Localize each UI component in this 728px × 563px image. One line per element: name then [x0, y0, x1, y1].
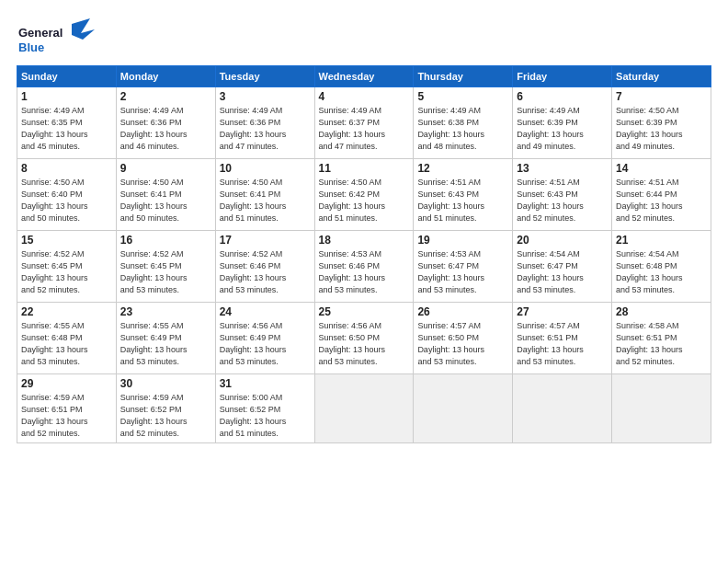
- calendar-cell: 23Sunrise: 4:55 AM Sunset: 6:49 PM Dayli…: [116, 303, 215, 374]
- day-detail: Sunrise: 4:49 AM Sunset: 6:39 PM Dayligh…: [517, 105, 608, 153]
- day-number: 15: [21, 234, 112, 247]
- calendar-cell: 15Sunrise: 4:52 AM Sunset: 6:45 PM Dayli…: [17, 231, 117, 303]
- day-number: 28: [616, 305, 707, 318]
- day-number: 22: [21, 305, 112, 318]
- day-number: 1: [21, 90, 112, 103]
- day-number: 7: [616, 90, 707, 103]
- day-detail: Sunrise: 4:49 AM Sunset: 6:38 PM Dayligh…: [417, 105, 508, 153]
- day-detail: Sunrise: 4:49 AM Sunset: 6:36 PM Dayligh…: [120, 105, 211, 153]
- calendar-cell: 21Sunrise: 4:54 AM Sunset: 6:48 PM Dayli…: [612, 231, 711, 303]
- calendar-cell: 10Sunrise: 4:50 AM Sunset: 6:41 PM Dayli…: [215, 159, 314, 231]
- day-number: 6: [517, 90, 608, 103]
- day-detail: Sunrise: 4:59 AM Sunset: 6:52 PM Dayligh…: [120, 392, 211, 440]
- day-detail: Sunrise: 4:52 AM Sunset: 6:45 PM Dayligh…: [120, 248, 211, 296]
- day-number: 19: [417, 234, 508, 247]
- day-detail: Sunrise: 4:51 AM Sunset: 6:43 PM Dayligh…: [517, 177, 608, 224]
- calendar-header-sunday: Sunday: [17, 66, 117, 87]
- day-number: 23: [120, 305, 211, 318]
- calendar-cell: 1Sunrise: 4:49 AM Sunset: 6:35 PM Daylig…: [17, 87, 117, 159]
- day-detail: Sunrise: 4:52 AM Sunset: 6:46 PM Dayligh…: [220, 248, 311, 296]
- day-number: 24: [220, 305, 311, 318]
- calendar-cell: [414, 374, 513, 443]
- day-detail: Sunrise: 4:53 AM Sunset: 6:47 PM Dayligh…: [417, 248, 508, 296]
- calendar-cell: 30Sunrise: 4:59 AM Sunset: 6:52 PM Dayli…: [116, 374, 215, 443]
- calendar-header-saturday: Saturday: [612, 66, 711, 87]
- calendar-cell: 11Sunrise: 4:50 AM Sunset: 6:42 PM Dayli…: [314, 159, 414, 231]
- day-detail: Sunrise: 4:54 AM Sunset: 6:47 PM Dayligh…: [517, 248, 608, 296]
- day-number: 17: [220, 234, 311, 247]
- svg-text:Blue: Blue: [18, 40, 44, 54]
- calendar-cell: 6Sunrise: 4:49 AM Sunset: 6:39 PM Daylig…: [513, 87, 612, 159]
- day-detail: Sunrise: 4:50 AM Sunset: 6:41 PM Dayligh…: [220, 177, 311, 224]
- calendar-cell: 19Sunrise: 4:53 AM Sunset: 6:47 PM Dayli…: [414, 231, 513, 303]
- header: General Blue: [17, 17, 711, 58]
- calendar-cell: 14Sunrise: 4:51 AM Sunset: 6:44 PM Dayli…: [612, 159, 711, 231]
- day-detail: Sunrise: 4:57 AM Sunset: 6:50 PM Dayligh…: [417, 320, 508, 368]
- day-number: 27: [517, 305, 608, 318]
- day-number: 16: [120, 234, 211, 247]
- logo-svg: General Blue: [17, 17, 99, 58]
- day-number: 8: [21, 162, 112, 175]
- calendar-cell: 18Sunrise: 4:53 AM Sunset: 6:46 PM Dayli…: [314, 231, 414, 303]
- calendar-header-friday: Friday: [513, 66, 612, 87]
- day-number: 4: [319, 90, 410, 103]
- calendar-header-wednesday: Wednesday: [314, 66, 414, 87]
- svg-text:General: General: [18, 26, 63, 40]
- day-detail: Sunrise: 4:51 AM Sunset: 6:44 PM Dayligh…: [616, 177, 707, 224]
- calendar-cell: 27Sunrise: 4:57 AM Sunset: 6:51 PM Dayli…: [513, 303, 612, 374]
- day-number: 31: [220, 377, 311, 390]
- day-number: 14: [616, 162, 707, 175]
- day-number: 18: [319, 234, 410, 247]
- calendar-cell: [612, 374, 711, 443]
- day-detail: Sunrise: 4:49 AM Sunset: 6:35 PM Dayligh…: [21, 105, 112, 153]
- day-number: 20: [517, 234, 608, 247]
- calendar-header-row: SundayMondayTuesdayWednesdayThursdayFrid…: [17, 66, 711, 87]
- day-number: 11: [319, 162, 410, 175]
- calendar-header-thursday: Thursday: [414, 66, 513, 87]
- calendar-cell: 7Sunrise: 4:50 AM Sunset: 6:39 PM Daylig…: [612, 87, 711, 159]
- calendar-cell: 29Sunrise: 4:59 AM Sunset: 6:51 PM Dayli…: [17, 374, 117, 443]
- calendar-cell: 8Sunrise: 4:50 AM Sunset: 6:40 PM Daylig…: [17, 159, 117, 231]
- calendar-cell: 16Sunrise: 4:52 AM Sunset: 6:45 PM Dayli…: [116, 231, 215, 303]
- day-detail: Sunrise: 4:55 AM Sunset: 6:48 PM Dayligh…: [21, 320, 112, 368]
- day-number: 29: [21, 377, 112, 390]
- day-detail: Sunrise: 4:56 AM Sunset: 6:50 PM Dayligh…: [319, 320, 410, 368]
- calendar-cell: 24Sunrise: 4:56 AM Sunset: 6:49 PM Dayli…: [215, 303, 314, 374]
- day-detail: Sunrise: 4:50 AM Sunset: 6:40 PM Dayligh…: [21, 177, 112, 224]
- day-detail: Sunrise: 4:51 AM Sunset: 6:43 PM Dayligh…: [417, 177, 508, 224]
- day-detail: Sunrise: 4:50 AM Sunset: 6:39 PM Dayligh…: [616, 105, 707, 153]
- day-number: 5: [417, 90, 508, 103]
- calendar-cell: 28Sunrise: 4:58 AM Sunset: 6:51 PM Dayli…: [612, 303, 711, 374]
- calendar-week-row: 15Sunrise: 4:52 AM Sunset: 6:45 PM Dayli…: [17, 231, 711, 303]
- calendar-week-row: 1Sunrise: 4:49 AM Sunset: 6:35 PM Daylig…: [17, 87, 711, 159]
- calendar-header-monday: Monday: [116, 66, 215, 87]
- day-number: 26: [417, 305, 508, 318]
- day-detail: Sunrise: 4:56 AM Sunset: 6:49 PM Dayligh…: [220, 320, 311, 368]
- calendar-table: SundayMondayTuesdayWednesdayThursdayFrid…: [17, 65, 711, 443]
- calendar-cell: 4Sunrise: 4:49 AM Sunset: 6:37 PM Daylig…: [314, 87, 414, 159]
- day-detail: Sunrise: 5:00 AM Sunset: 6:52 PM Dayligh…: [220, 392, 311, 440]
- calendar-cell: 3Sunrise: 4:49 AM Sunset: 6:36 PM Daylig…: [215, 87, 314, 159]
- day-detail: Sunrise: 4:49 AM Sunset: 6:37 PM Dayligh…: [319, 105, 410, 153]
- day-number: 21: [616, 234, 707, 247]
- calendar-cell: 17Sunrise: 4:52 AM Sunset: 6:46 PM Dayli…: [215, 231, 314, 303]
- day-number: 3: [220, 90, 311, 103]
- day-detail: Sunrise: 4:50 AM Sunset: 6:42 PM Dayligh…: [319, 177, 410, 224]
- day-detail: Sunrise: 4:57 AM Sunset: 6:51 PM Dayligh…: [517, 320, 608, 368]
- calendar-cell: 26Sunrise: 4:57 AM Sunset: 6:50 PM Dayli…: [414, 303, 513, 374]
- calendar-cell: 13Sunrise: 4:51 AM Sunset: 6:43 PM Dayli…: [513, 159, 612, 231]
- svg-marker-0: [72, 18, 95, 40]
- calendar-cell: 20Sunrise: 4:54 AM Sunset: 6:47 PM Dayli…: [513, 231, 612, 303]
- day-number: 25: [319, 305, 410, 318]
- calendar-week-row: 8Sunrise: 4:50 AM Sunset: 6:40 PM Daylig…: [17, 159, 711, 231]
- calendar-cell: 22Sunrise: 4:55 AM Sunset: 6:48 PM Dayli…: [17, 303, 117, 374]
- calendar-cell: 9Sunrise: 4:50 AM Sunset: 6:41 PM Daylig…: [116, 159, 215, 231]
- day-number: 10: [220, 162, 311, 175]
- calendar-cell: [314, 374, 414, 443]
- day-number: 13: [517, 162, 608, 175]
- page: General Blue SundayMondayTuesdayWednesda…: [0, 0, 728, 563]
- day-detail: Sunrise: 4:58 AM Sunset: 6:51 PM Dayligh…: [616, 320, 707, 368]
- day-number: 9: [120, 162, 211, 175]
- calendar-week-row: 29Sunrise: 4:59 AM Sunset: 6:51 PM Dayli…: [17, 374, 711, 443]
- day-detail: Sunrise: 4:55 AM Sunset: 6:49 PM Dayligh…: [120, 320, 211, 368]
